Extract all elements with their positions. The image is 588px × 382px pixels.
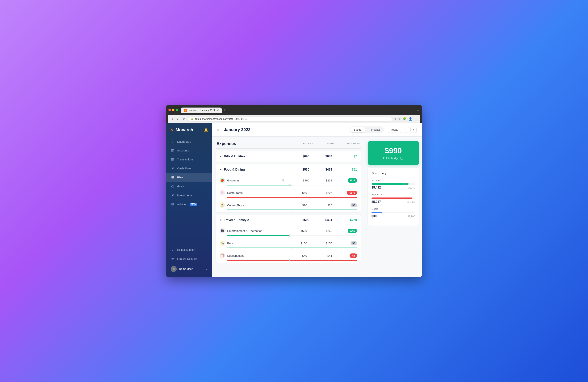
forecast-toggle-button[interactable]: Forecast [366,127,383,132]
back-button[interactable]: ‹ [171,117,174,121]
browser-window: ✕ Monarch | January 2022 ✕ + ⌄ ‹ › ↻ 🔒 a… [166,105,422,277]
category-group-travel: ▼ Travel & Lifestyle $690 $431 $259 🎬 En… [216,215,361,263]
income-actual: $8,412 [372,186,381,189]
entertainment-name: Entertainment & Recreation [227,229,284,232]
bills-group-name: Bills & Utilities [224,155,286,158]
entertainment-sub-row: 🎬 Entertainment & Recreation $500 $240 $… [216,225,361,235]
groceries-remaining-badge: $227 [348,178,357,183]
hamburger-menu-icon[interactable]: ≡ [217,128,219,132]
refresh-button[interactable]: ↻ [181,117,186,121]
summary-card: Summary Income $8,412 $7,840 [368,168,419,225]
sidebar-label-transactions: Transactions [177,158,193,161]
groceries-settings-icon[interactable]: ⚙ [281,179,284,182]
sidebar-item-advice[interactable]: ⊡ Advice BETA [166,200,212,209]
travel-actual: $431 [309,218,332,222]
sidebar-item-investments[interactable]: ↗ Investments [166,191,212,200]
profile-icon[interactable]: 👤 [409,117,412,121]
window-controls[interactable]: ⌄ [417,108,420,112]
prev-month-button[interactable]: ‹ [403,127,409,133]
today-button[interactable]: Today [388,127,401,133]
notifications-bell-icon[interactable]: 🔔 [204,128,208,132]
subscriptions-progress-fill [227,260,357,261]
entertainment-remaining-wrap: $260 [332,229,357,233]
forward-button[interactable]: › [176,117,179,121]
logo-content: ✕ Monarch [170,127,193,133]
budget-toggle-button[interactable]: Budget [350,127,366,132]
sidebar-label-plan: Plan [177,176,183,179]
goals-amounts: $300 $1,200 [372,215,415,218]
restaurants-sub-row: 🍴 Restaurants $50 $226 -$176 [216,187,361,197]
food-expand-icon: ▼ [220,168,222,171]
home-icon: ⌂ [171,140,174,143]
sidebar-label-accounts: Accounts [177,149,189,152]
subscriptions-remaining-badge: -$1 [350,253,357,258]
travel-group-header[interactable]: ▼ Travel & Lifestyle $690 $431 $259 [216,215,361,225]
groceries-icon: 🍎 [220,178,225,183]
accounts-icon: ◫ [171,148,174,152]
extensions-icon[interactable]: 🧩 [403,117,407,121]
goals-actual: $300 [372,215,378,218]
sidebar-label-feature: Feature Request [177,257,197,260]
address-bar[interactable]: 🔒 app.monarchmoney.com/plan?date=2022-01… [188,116,392,121]
sidebar-item-accounts[interactable]: ◫ Accounts [166,146,212,155]
budget-col-header: BUDGET [290,142,313,145]
subscriptions-row: 📋 Subscriptions $40 $41 -$1 [216,250,361,263]
close-button[interactable] [168,109,171,111]
sidebar-bottom: ○ Help & Support ⊕ Feature Request D Dem… [166,243,212,277]
left-to-budget-label: Left to budget i [372,157,415,160]
groceries-actual: $233 [309,179,332,182]
active-tab[interactable]: ✕ Monarch | January 2022 ✕ [181,108,222,113]
coffee-actual: $20 [309,203,332,207]
subscriptions-name: Subscriptions [227,254,284,257]
tab-close-icon[interactable]: ✕ [217,109,219,112]
sidebar-item-plan[interactable]: ⊞ Plan [166,173,212,182]
restaurants-progress-fill [227,197,357,198]
sidebar-item-help[interactable]: ○ Help & Support [166,246,212,254]
expenses-budget: $5,650 [407,201,415,203]
minimize-button[interactable] [172,109,174,111]
tab-title: Monarch | January 2022 [189,109,215,112]
pets-progress-bar [227,247,357,248]
next-month-button[interactable]: › [410,127,417,133]
groceries-progress-bar [227,185,357,185]
user-menu[interactable]: D Demo User ⌄ [166,263,212,275]
browser-chrome: ✕ Monarch | January 2022 ✕ + ⌄ ‹ › ↻ 🔒 a… [166,105,422,123]
content-area: Expenses BUDGET ACTUAL REMAINING ▼ Bills… [212,136,422,277]
avatar: D [171,266,177,272]
entertainment-progress-bar [227,235,357,236]
left-to-budget-card: $990 Left to budget i [368,141,419,165]
pets-remaining-badge: $0 [351,241,357,246]
subscriptions-actual: $41 [309,254,332,257]
coffee-remaining-wrap: $0 [332,203,357,207]
info-icon[interactable]: i [400,157,403,160]
pets-icon: 🐾 [220,241,225,246]
sidebar-item-cashflow[interactable]: ↗ Cash Flow [166,164,212,173]
tab-favicon: ✕ [184,109,187,112]
header-actions: Today ‹ › [388,127,417,133]
travel-group-name: Travel & Lifestyle [224,218,286,222]
maximize-button[interactable] [176,109,178,111]
bills-group-header[interactable]: ▼ Bills & Utilities $690 $683 $7 [216,151,361,162]
groceries-row: 🍎 Groceries ⚙ $460 $233 $227 [216,175,361,187]
expenses-bar-marker [410,198,410,199]
sidebar-item-goals[interactable]: ◎ Goals [166,182,212,191]
browser-nav: ‹ › ↻ 🔒 app.monarchmoney.com/plan?date=2… [168,115,420,123]
sidebar-item-feature[interactable]: ⊕ Feature Request [166,254,212,263]
share-icon[interactable]: ⬆ [394,117,396,121]
entertainment-row: 🎬 Entertainment & Recreation $500 $240 $… [216,225,361,238]
coffee-sub-row: ☕ Coffee Shops $20 $20 $0 [216,200,361,209]
travel-budget: $690 [286,218,309,222]
avatar-initials: D [173,268,174,270]
new-tab-button[interactable]: + [222,107,227,113]
expenses-bar [372,198,415,199]
more-icon[interactable]: ⋮ [414,117,417,121]
summary-expenses-section: Expenses $5,237 $5,650 [372,193,415,203]
coffee-budget: $20 [284,203,307,207]
food-group-header[interactable]: ▼ Food & Dining $530 $479 $51 [216,164,361,175]
plan-icon: ⊞ [171,175,174,179]
bookmark-icon[interactable]: ☆ [398,117,401,121]
sidebar-item-transactions[interactable]: ▦ Transactions [166,155,212,164]
traffic-lights [168,109,178,111]
goals-bar-fill [372,212,382,213]
sidebar-item-dashboard[interactable]: ⌂ Dashboard [166,137,212,146]
